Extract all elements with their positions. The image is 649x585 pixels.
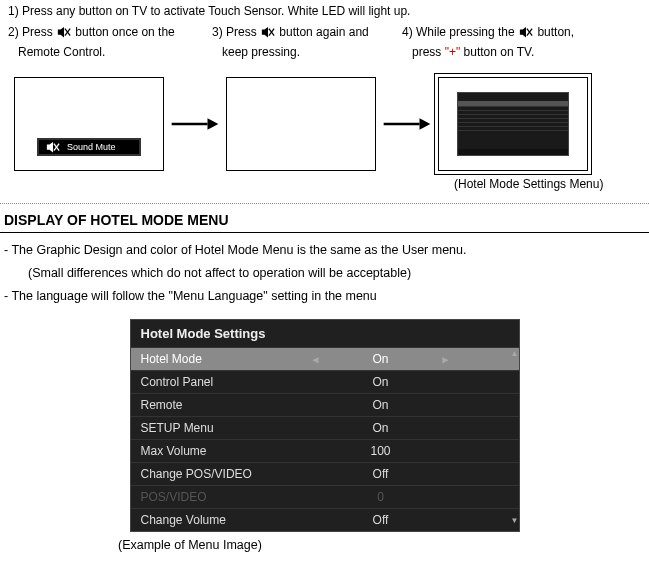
menu-title: Hotel Mode Settings bbox=[131, 320, 519, 347]
step-2-post: button once on the bbox=[75, 25, 174, 39]
menu-row-value: On bbox=[331, 398, 431, 412]
menu-row[interactable]: RemoteOn bbox=[131, 393, 519, 416]
step-4-post: button, bbox=[537, 25, 574, 39]
step-4-line2: press "+" button on TV. bbox=[398, 44, 618, 61]
sound-mute-label: Sound Mute bbox=[67, 142, 133, 152]
arrow-right-icon bbox=[382, 114, 432, 134]
arrow-left-icon[interactable]: ◄ bbox=[301, 354, 331, 365]
step-3-pre: 3) Press bbox=[212, 25, 260, 39]
arrow-right-icon[interactable]: ► bbox=[431, 354, 461, 365]
svg-marker-15 bbox=[420, 118, 431, 130]
step-3-post: button again and bbox=[279, 25, 368, 39]
menu-row-key: Remote bbox=[141, 398, 301, 412]
menu-row[interactable]: SETUP MenuOn bbox=[131, 416, 519, 439]
menu-row-key: Change Volume bbox=[141, 513, 301, 527]
menu-row-key: Control Panel bbox=[141, 375, 301, 389]
menu-large-wrap: Hotel Mode Settings Hotel Mode◄On►Contro… bbox=[0, 307, 649, 532]
sound-mute-banner: Sound Mute bbox=[37, 138, 141, 156]
diagram-caption-row: (Hotel Mode Settings Menu) bbox=[0, 173, 649, 201]
menu-row[interactable]: Max Volume100 bbox=[131, 439, 519, 462]
mute-icon bbox=[46, 141, 60, 153]
section-title: DISPLAY OF HOTEL MODE MENU bbox=[0, 210, 649, 232]
body-line-2: (Small differences which do not affect t… bbox=[0, 262, 649, 285]
tv-screen-hotelmenu bbox=[438, 77, 588, 171]
menu-row-key: Hotel Mode bbox=[141, 352, 301, 366]
menu-row-value: On bbox=[331, 421, 431, 435]
diagram-caption: (Hotel Mode Settings Menu) bbox=[454, 177, 649, 191]
mute-icon bbox=[261, 26, 275, 38]
menu-scrollbar[interactable]: ▲ ▼ bbox=[511, 350, 517, 525]
divider-dotted bbox=[0, 203, 649, 204]
hotel-menu-small-title bbox=[458, 93, 568, 101]
step-4c-pre: press bbox=[412, 45, 445, 59]
step-4c-post: button on TV. bbox=[464, 45, 535, 59]
steps-row-bottom: Remote Control. keep pressing. press "+"… bbox=[0, 42, 649, 63]
menu-row-key: Change POS/VIDEO bbox=[141, 467, 301, 481]
scroll-down-icon[interactable]: ▼ bbox=[511, 517, 517, 525]
svg-marker-13 bbox=[208, 118, 219, 130]
menu-row-key: SETUP Menu bbox=[141, 421, 301, 435]
svg-marker-0 bbox=[58, 27, 64, 38]
steps-row-top: 2) Press button once on the 3) Press but… bbox=[0, 22, 649, 43]
arrow-right-icon bbox=[170, 114, 220, 134]
body-line-3: - The language will follow the "Menu Lan… bbox=[0, 285, 649, 308]
menu-row-value: On bbox=[331, 352, 431, 366]
scroll-up-icon[interactable]: ▲ bbox=[511, 350, 517, 358]
mute-icon bbox=[519, 26, 533, 38]
menu-row-value: 100 bbox=[331, 444, 431, 458]
menu-row-key: Max Volume bbox=[141, 444, 301, 458]
step-2-pre: 2) Press bbox=[8, 25, 56, 39]
tv-screen-soundmute: Sound Mute bbox=[14, 77, 164, 171]
step-4c-plus: "+" bbox=[445, 45, 461, 59]
menu-row[interactable]: Change VolumeOff bbox=[131, 508, 519, 531]
svg-marker-3 bbox=[262, 27, 268, 38]
hotel-menu-small bbox=[457, 92, 569, 156]
step-4-pre: 4) While pressing the bbox=[402, 25, 518, 39]
body-line-1: - The Graphic Design and color of Hotel … bbox=[0, 239, 649, 262]
diagram-row: Sound Mute bbox=[0, 63, 649, 173]
step-1-text: 1) Press any button on TV to activate To… bbox=[0, 0, 649, 22]
menu-row-key: POS/VIDEO bbox=[141, 490, 301, 504]
menu-row-value: On bbox=[331, 375, 431, 389]
menu-row[interactable]: Change POS/VIDEOOff bbox=[131, 462, 519, 485]
svg-marker-9 bbox=[47, 142, 53, 153]
menu-row[interactable]: POS/VIDEO0 bbox=[131, 485, 519, 508]
step-4-line1: 4) While pressing the button, bbox=[398, 24, 618, 41]
step-2-line2: Remote Control. bbox=[8, 44, 208, 61]
hotel-mode-menu: Hotel Mode Settings Hotel Mode◄On►Contro… bbox=[130, 319, 520, 532]
step-3-line1: 3) Press button again and bbox=[208, 24, 398, 41]
menu-row-value: 0 bbox=[331, 490, 431, 504]
menu-row[interactable]: Control PanelOn bbox=[131, 370, 519, 393]
menu-row-value: Off bbox=[331, 513, 431, 527]
svg-marker-6 bbox=[520, 27, 526, 38]
divider-solid bbox=[0, 232, 649, 233]
mute-icon bbox=[57, 26, 71, 38]
example-caption: (Example of Menu Image) bbox=[0, 532, 649, 552]
step-3-line2: keep pressing. bbox=[208, 44, 398, 61]
menu-row[interactable]: Hotel Mode◄On► bbox=[131, 347, 519, 370]
tv-screen-blank bbox=[226, 77, 376, 171]
menu-row-value: Off bbox=[331, 467, 431, 481]
step-2-line1: 2) Press button once on the bbox=[8, 24, 208, 41]
